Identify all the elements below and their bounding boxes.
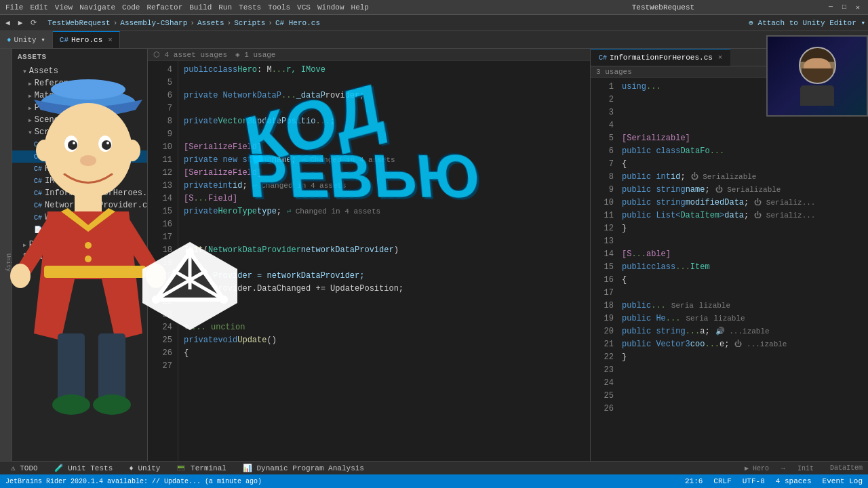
breadcrumb-file[interactable]: C# Hero.cs <box>275 19 320 27</box>
unity-tab[interactable]: ♦ Unity ▾ <box>0 31 53 48</box>
tree-terrain[interactable]: 📄 New Terrain.asset <box>12 224 147 236</box>
dynamic-program-analysis-tab[interactable]: 📊 Dynamic Program Analysis <box>237 462 370 474</box>
code-content[interactable]: public class Hero : M...r, IMove private… <box>178 61 590 474</box>
right-code-inner: 12345 678910 1112131415 1617181920 21222… <box>591 78 868 474</box>
breadcrumb-assembly[interactable]: Assembly-CSharp <box>120 19 187 27</box>
menu-run[interactable]: Run <box>218 3 232 12</box>
right-code-line-15: public class ...Item <box>622 261 864 274</box>
right-code-line-24 <box>622 377 864 390</box>
menu-tools[interactable]: Tools <box>268 3 290 12</box>
tree-references[interactable]: ▶ References <box>12 77 147 89</box>
menu-tests[interactable]: Tests <box>239 3 261 12</box>
tree-scenes[interactable]: ▶ Scenes <box>12 114 147 126</box>
toolbar-forward-button[interactable]: ▶ <box>16 18 26 28</box>
tree-appstart[interactable]: C# AppStart.cs <box>12 138 147 150</box>
right-tab-icon: C# <box>599 54 607 62</box>
code-line-27 <box>184 360 585 373</box>
window-controls[interactable]: ─ □ ✕ <box>826 3 863 12</box>
app-title: TestWebRequest <box>632 3 694 12</box>
code-line-14: [S...Field] <box>184 192 585 205</box>
menu-file[interactable]: File <box>5 3 23 12</box>
right-tab-close[interactable]: × <box>718 54 723 62</box>
code-line-9 <box>184 128 585 141</box>
hero-cs-tab-label: Hero.cs <box>71 36 102 44</box>
breadcrumb-assets[interactable]: Assets <box>197 19 224 27</box>
thumbnail-background <box>768 37 867 115</box>
menu-bar[interactable]: File Edit View Navigate Code Refactor Bu… <box>5 3 369 12</box>
tree-webrequest[interactable]: C# WebRequest.cs <box>12 211 147 224</box>
status-charset: UTF-8 <box>743 477 765 485</box>
code-line-23 <box>184 308 585 321</box>
right-code-line-23 <box>622 364 864 377</box>
tree-informationforheroes[interactable]: C# InformationForHeroes.cs <box>12 187 147 199</box>
code-line-12: [SerializeField] <box>184 167 585 180</box>
tree-materials[interactable]: ▶ Materials <box>12 89 147 102</box>
breadcrumb-sep2: › <box>190 19 195 27</box>
tree-scratch[interactable]: Scratc... <box>12 251 147 263</box>
status-crlf: CRLF <box>713 477 731 485</box>
menu-window[interactable]: Window <box>317 3 344 12</box>
right-code-line-20: public string ...a; 🔊 ...izable <box>622 325 864 338</box>
hero-cs-tab[interactable]: C# Hero.cs × <box>53 31 120 48</box>
hero-cs-tab-close[interactable]: × <box>108 36 113 44</box>
attach-unity-button[interactable]: ⊕ Attach to Unity Editor ▾ <box>749 18 865 27</box>
code-line-25: private void Update() <box>184 334 585 347</box>
terminal-tab[interactable]: 📟 Terminal <box>171 462 231 474</box>
code-line-6: private NetworkDataP..._dataProvider; <box>184 89 585 102</box>
sidebar-header: Assets <box>12 49 147 65</box>
menu-vcs[interactable]: VCS <box>297 3 311 12</box>
menu-view[interactable]: View <box>55 3 73 12</box>
toolbar-refresh-button[interactable]: ⟳ <box>28 18 39 28</box>
code-editor-area: ⬡ 4 asset usages ◈ 1 usage 45678 9101112… <box>148 49 590 474</box>
code-line-8: private Vector3 updatePositio...; <box>184 115 585 128</box>
status-info: JetBrains Rider 2020.1.4 available: // U… <box>5 478 262 485</box>
maximize-button[interactable]: □ <box>840 3 849 12</box>
breadcrumb-sep1: › <box>113 19 118 27</box>
tree-scripts[interactable]: ▼ Scripts <box>12 126 147 138</box>
editor-tab-bar: ♦ Unity ▾ C# Hero.cs × <box>0 31 868 49</box>
line-numbers: 45678 910111213 1415161718 1920212223 24… <box>148 61 178 474</box>
right-code-line-25 <box>622 390 864 403</box>
todo-tab[interactable]: ⚠ TODO <box>5 462 43 474</box>
tree-hero[interactable]: C# Hero.cs <box>12 150 147 163</box>
unity-bottom-tab[interactable]: ♦ Unity <box>123 462 165 474</box>
menu-build[interactable]: Build <box>189 3 212 12</box>
menu-refactor[interactable]: Refactor <box>146 3 182 12</box>
right-code-line-18: public ... Serializable <box>622 300 864 312</box>
menu-help[interactable]: Help <box>351 3 369 12</box>
tree-prefabs[interactable]: ▶ Prefabs <box>12 102 147 114</box>
menu-edit[interactable]: Edit <box>30 3 47 12</box>
right-code-line-13 <box>622 235 864 248</box>
tree-networkdataprovider[interactable]: C# NetworkDataProvider.cs <box>12 199 147 211</box>
menu-code[interactable]: Code <box>122 3 140 12</box>
code-line-13: private int id; ⏎ Changed in 4 assets <box>184 180 585 192</box>
right-code-line-6: public class DataFo... <box>622 145 864 158</box>
close-button[interactable]: ✕ <box>853 3 863 12</box>
unity-panel-label: Unity <box>5 253 12 272</box>
event-log-button[interactable]: Event Log <box>823 477 863 485</box>
code-line-21: ...ataProvider.DataChanged += UpdatePosi… <box>184 283 585 296</box>
breadcrumb: TestWebRequest › Assembly-CSharp › Asset… <box>47 19 320 27</box>
breadcrumb-project[interactable]: TestWebRequest <box>47 19 110 27</box>
status-position: 21:6 <box>685 477 703 485</box>
breadcrumb-scripts[interactable]: Scripts <box>234 19 265 27</box>
main-layout: Unity Assets ▼ Assets ▶ References ▶ Mat… <box>0 49 868 474</box>
unity-side-panel: Unity <box>0 49 12 474</box>
right-code-content[interactable]: using ... [Serializable] public class Da… <box>618 78 868 474</box>
toolbar-back-button[interactable]: ◀ <box>3 18 13 28</box>
right-code-line-22: } <box>622 351 864 364</box>
menu-navigate[interactable]: Navigate <box>79 3 115 12</box>
tree-packages[interactable]: ▶ Packages <box>12 239 147 251</box>
code-line-22 <box>184 296 585 308</box>
informationforheroes-tab[interactable]: C# InformationForHeroes.cs × <box>591 49 730 66</box>
tree-imove[interactable]: C# IMove.cs <box>12 175 147 187</box>
tree-herotype[interactable]: C# HeroType.cs <box>12 163 147 175</box>
right-code-line-14: [S...able] <box>622 248 864 261</box>
code-line-20: dat...Provider = networkDataProvider; <box>184 270 585 283</box>
tree-assets[interactable]: ▼ Assets <box>12 65 147 77</box>
single-usage-label: ◈ 1 usage <box>235 50 275 59</box>
code-line-11: private new string name; ⏎ Changed in 4 … <box>184 154 585 167</box>
unit-tests-tab[interactable]: 🧪 Unit Tests <box>49 462 119 474</box>
minimize-button[interactable]: ─ <box>826 3 835 12</box>
code-line-7 <box>184 102 585 115</box>
